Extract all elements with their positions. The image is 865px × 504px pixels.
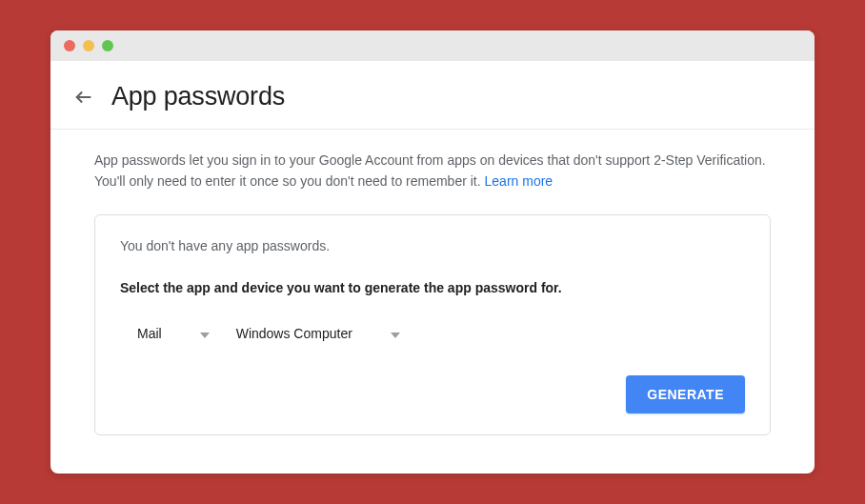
window-maximize-button[interactable] bbox=[102, 40, 113, 51]
instruction-text: Select the app and device you want to ge… bbox=[120, 280, 745, 295]
description-body: App passwords let you sign in to your Go… bbox=[94, 152, 766, 189]
app-passwords-card: You don't have any app passwords. Select… bbox=[94, 214, 771, 435]
back-button[interactable] bbox=[73, 87, 94, 108]
caret-down-icon bbox=[200, 326, 210, 341]
page-content: App passwords let you sign in to your Go… bbox=[50, 130, 815, 474]
device-select[interactable]: Windows Computer bbox=[236, 322, 400, 345]
learn-more-link[interactable]: Learn more bbox=[485, 173, 553, 189]
generate-button[interactable]: GENERATE bbox=[626, 375, 745, 413]
arrow-left-icon bbox=[73, 87, 94, 108]
app-select[interactable]: Mail bbox=[137, 322, 210, 345]
device-select-value: Windows Computer bbox=[236, 326, 352, 341]
window-minimize-button[interactable] bbox=[83, 40, 94, 51]
window-close-button[interactable] bbox=[64, 40, 75, 51]
description-text: App passwords let you sign in to your Go… bbox=[94, 151, 771, 192]
app-select-value: Mail bbox=[137, 326, 162, 341]
page-header: App passwords bbox=[50, 61, 815, 130]
card-actions: GENERATE bbox=[120, 375, 745, 413]
empty-state-text: You don't have any app passwords. bbox=[120, 238, 745, 253]
page-title: App passwords bbox=[111, 82, 285, 111]
browser-window: App passwords App passwords let you sign… bbox=[50, 30, 815, 474]
selector-row: Mail Windows Computer bbox=[120, 322, 745, 345]
caret-down-icon bbox=[391, 326, 400, 341]
window-titlebar bbox=[50, 30, 815, 61]
